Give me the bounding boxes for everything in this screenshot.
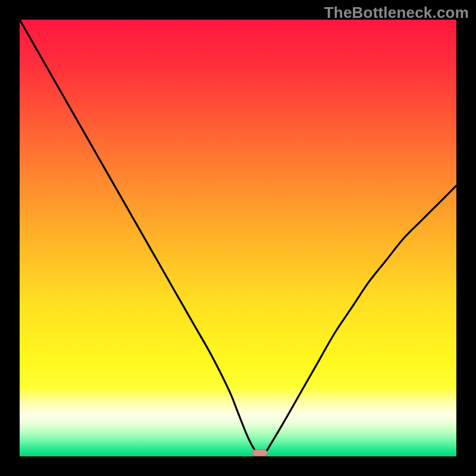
plot-area xyxy=(20,20,456,456)
chart-frame: TheBottleneck.com xyxy=(0,0,476,476)
optimal-marker xyxy=(252,449,268,456)
bottleneck-curve xyxy=(20,20,456,456)
watermark-text: TheBottleneck.com xyxy=(324,4,469,22)
